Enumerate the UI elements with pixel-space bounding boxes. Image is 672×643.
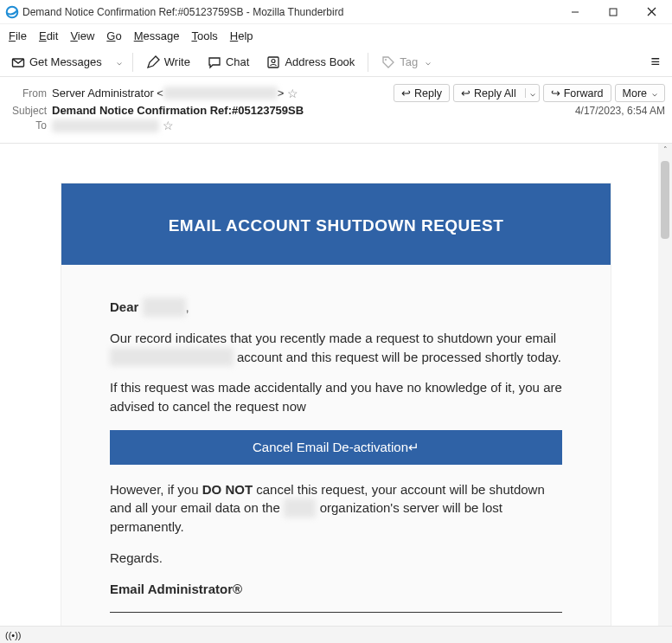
chevron-down-icon[interactable]: ⌵ <box>525 88 535 98</box>
date-value: 4/17/2023, 6:54 AM <box>575 105 665 117</box>
address-book-label: Address Book <box>285 55 355 68</box>
minimize-button[interactable] <box>556 0 594 24</box>
write-label: Write <box>164 55 190 68</box>
menu-view[interactable]: View <box>65 26 99 46</box>
chevron-down-icon: ⌵ <box>422 57 434 67</box>
greeting: Dear xxxxxx, <box>110 298 562 317</box>
cancel-deactivation-button[interactable]: Cancel Email De-activation↵ <box>110 430 562 465</box>
star-icon[interactable]: ☆ <box>163 119 174 132</box>
from-label: From <box>7 87 47 100</box>
menu-help[interactable]: Help <box>225 26 259 46</box>
write-button[interactable]: Write <box>140 52 196 73</box>
paragraph-3: However, if you DO NOT cancel this reque… <box>110 480 562 537</box>
activity-icon: ((•)) <box>5 630 22 640</box>
from-value[interactable]: Server Administrator <redacted@redacted.… <box>52 87 284 100</box>
message-actions: ↩Reply ↩Reply All⌵ ↪Forward More⌵ <box>394 84 665 102</box>
tag-button[interactable]: Tag ⌵ <box>375 52 440 73</box>
chat-icon <box>208 55 221 69</box>
email-card: EMAIL ACCOUNT SHUTDOWN REQUEST Dear xxxx… <box>61 183 611 643</box>
menu-file[interactable]: File <box>3 26 32 46</box>
separator <box>132 53 133 72</box>
scroll-up-button[interactable]: ˄ <box>658 144 672 156</box>
address-book-icon <box>266 55 280 69</box>
app-icon <box>5 5 19 19</box>
pencil-icon <box>146 55 160 69</box>
address-book-button[interactable]: Address Book <box>260 52 361 73</box>
reply-all-button[interactable]: ↩Reply All⌵ <box>453 84 540 102</box>
chat-label: Chat <box>226 55 249 68</box>
menu-message[interactable]: Message <box>129 26 185 46</box>
reply-all-icon: ↩ <box>461 87 470 100</box>
scroll-thumb[interactable] <box>661 161 669 239</box>
app-menu-button[interactable]: ≡ <box>643 51 667 73</box>
menu-go[interactable]: Go <box>101 26 126 46</box>
paragraph-2: If this request was made accidentally an… <box>110 378 562 416</box>
divider <box>110 612 562 613</box>
more-button[interactable]: More⌵ <box>615 84 665 102</box>
get-messages-button[interactable]: Get Messages <box>5 52 108 73</box>
message-headers: From Server Administrator <redacted@reda… <box>0 77 672 144</box>
tag-icon <box>381 55 395 69</box>
toolbar: Get Messages ⌵ Write Chat Address Book T… <box>0 48 672 77</box>
menu-edit[interactable]: Edit <box>34 26 63 46</box>
menubar: File Edit View Go Message Tools Help <box>0 24 672 48</box>
message-viewport: EMAIL ACCOUNT SHUTDOWN REQUEST Dear xxxx… <box>0 144 672 643</box>
email-banner: EMAIL ACCOUNT SHUTDOWN REQUEST <box>61 187 611 265</box>
window-title: Demand Notice Confirmation Ref:#05123759… <box>22 6 556 18</box>
chat-button[interactable]: Chat <box>202 52 255 73</box>
forward-button[interactable]: ↪Forward <box>543 84 611 102</box>
message-body: EMAIL ACCOUNT SHUTDOWN REQUEST Dear xxxx… <box>0 144 672 643</box>
get-messages-dropdown[interactable]: ⌵ <box>113 57 125 67</box>
vertical-scrollbar[interactable]: ˄ <box>658 144 672 643</box>
to-value[interactable]: redacted@domain.tld <box>52 119 159 132</box>
svg-point-8 <box>385 59 387 61</box>
star-icon[interactable]: ☆ <box>287 87 298 100</box>
chevron-down-icon: ⌵ <box>652 88 657 98</box>
get-messages-label: Get Messages <box>29 55 102 68</box>
menu-tools[interactable]: Tools <box>186 26 222 46</box>
window-controls <box>556 0 670 24</box>
statusbar: ((•)) <box>0 626 672 643</box>
regards: Regards. <box>110 549 562 568</box>
to-label: To <box>7 119 47 132</box>
reply-button[interactable]: ↩Reply <box>394 84 450 102</box>
separator <box>368 53 368 72</box>
titlebar: Demand Notice Confirmation Ref:#05123759… <box>0 0 672 24</box>
signature: Email Administrator® <box>110 580 562 599</box>
svg-rect-2 <box>610 9 617 16</box>
forward-icon: ↪ <box>551 87 560 100</box>
tag-label: Tag <box>400 55 418 68</box>
close-button[interactable] <box>632 0 670 24</box>
subject-label: Subject <box>7 105 47 117</box>
inbox-icon <box>11 55 25 69</box>
subject-value: Demand Notice Confirmation Ref:#05123759… <box>52 104 304 117</box>
svg-point-7 <box>272 59 275 62</box>
paragraph-1: Our record indicates that you recently m… <box>110 329 562 367</box>
maximize-button[interactable] <box>594 0 632 24</box>
reply-icon: ↩ <box>401 87 411 100</box>
